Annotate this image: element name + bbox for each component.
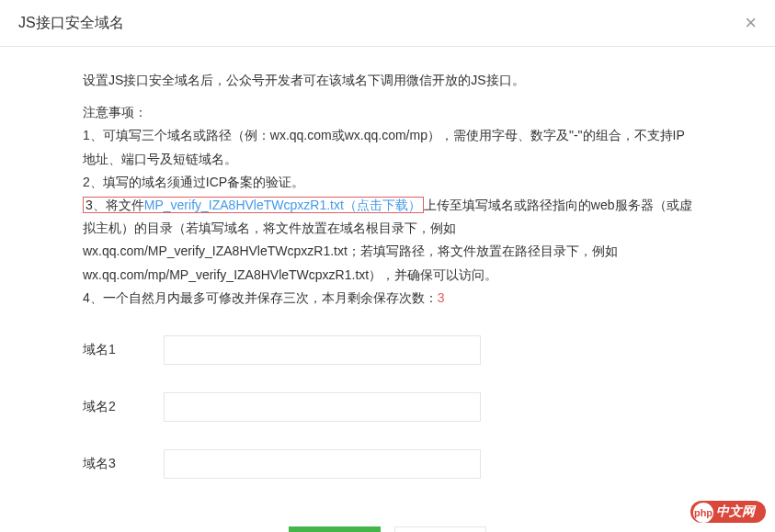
notice-item-2: 2、填写的域名须通过ICP备案的验证。 [83, 171, 692, 194]
item4-text: 4、一个自然月内最多可修改并保存三次，本月剩余保存次数： [83, 290, 438, 305]
watermark-text: 中文网 [716, 504, 755, 520]
notice-title: 注意事项： [83, 101, 692, 124]
notice-item-3: 3、将文件MP_verify_IZA8HVleTWcpxzR1.txt（点击下载… [83, 194, 692, 287]
dialog-footer: 保存 关闭 [0, 515, 775, 532]
close-button[interactable]: 关闭 [394, 526, 486, 532]
domain-row-3: 域名3 [83, 449, 692, 479]
intro-text: 设置JS接口安全域名后，公众号开发者可在该域名下调用微信开放的JS接口。 [83, 69, 692, 92]
domain-row-2: 域名2 [83, 392, 692, 422]
watermark-icon: php [693, 503, 713, 523]
notice-item-1: 1、可填写三个域名或路径（例：wx.qq.com或wx.qq.com/mp），需… [83, 124, 692, 170]
domain-input-3[interactable] [164, 449, 481, 479]
remaining-count: 3 [438, 290, 445, 305]
notice-item-4: 4、一个自然月内最多可修改并保存三次，本月剩余保存次数：3 [83, 287, 692, 310]
domain-label-3: 域名3 [83, 456, 164, 472]
domain-form: 域名1 域名2 域名3 [83, 335, 692, 479]
dialog-title: JS接口安全域名 [18, 14, 124, 33]
item3-prefix: 3、将文件 [85, 198, 144, 212]
save-button[interactable]: 保存 [289, 526, 381, 532]
domain-label-2: 域名2 [83, 399, 164, 415]
watermark-badge: php 中文网 [690, 501, 766, 523]
domain-input-2[interactable] [164, 392, 481, 422]
verify-file-download-link[interactable]: MP_verify_IZA8HVleTWcpxzR1.txt（点击下载） [144, 198, 421, 212]
domain-label-1: 域名1 [83, 342, 164, 358]
dialog-body: 设置JS接口安全域名后，公众号开发者可在该域名下调用微信开放的JS接口。 注意事… [0, 47, 775, 515]
dialog-header: JS接口安全域名 × [0, 0, 775, 47]
highlighted-segment: 3、将文件MP_verify_IZA8HVleTWcpxzR1.txt（点击下载… [83, 197, 424, 213]
domain-input-1[interactable] [164, 335, 481, 365]
close-icon[interactable]: × [745, 13, 757, 33]
domain-row-1: 域名1 [83, 335, 692, 365]
